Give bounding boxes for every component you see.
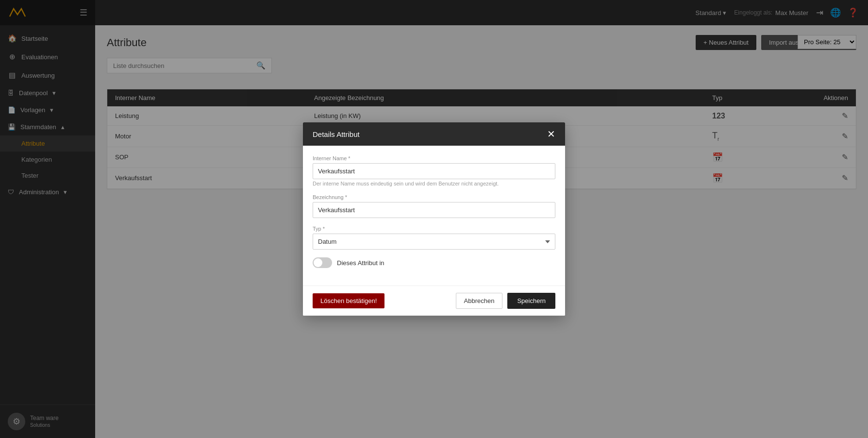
bezeichnung-label: Bezeichnung * <box>313 194 555 200</box>
modal-footer-right: Abbrechen Speichern <box>456 293 555 309</box>
form-hint: Der interne Name muss eindeutig sein und… <box>313 181 555 186</box>
internal-name-label: Interner Name * <box>313 155 555 161</box>
internal-name-input[interactable] <box>313 163 555 179</box>
form-group-internal-name: Interner Name * Der interne Name muss ei… <box>313 155 555 186</box>
modal-footer: Löschen bestätigen! Abbrechen Speichern <box>303 286 565 316</box>
modal-close-button[interactable]: ✕ <box>547 129 555 139</box>
details-modal: Details Attribut ✕ Interner Name * Der i… <box>303 122 565 316</box>
toggle-thumb <box>314 258 322 267</box>
bezeichnung-input[interactable] <box>313 202 555 218</box>
typ-select[interactable]: Datum Text Nummer Boolean <box>313 234 555 250</box>
modal-header: Details Attribut ✕ <box>303 122 565 146</box>
save-button[interactable]: Speichern <box>507 293 555 309</box>
form-group-bezeichnung: Bezeichnung * <box>313 194 555 218</box>
toggle-row: Dieses Attribut in <box>313 257 555 268</box>
form-group-toggle: Dieses Attribut in <box>313 257 555 268</box>
typ-label: Typ * <box>313 226 555 232</box>
delete-confirm-button[interactable]: Löschen bestätigen! <box>313 293 384 308</box>
modal-overlay[interactable]: Details Attribut ✕ Interner Name * Der i… <box>0 0 868 438</box>
cancel-button[interactable]: Abbrechen <box>456 293 503 309</box>
form-group-typ: Typ * Datum Text Nummer Boolean <box>313 226 555 250</box>
modal-body: Interner Name * Der interne Name muss ei… <box>303 146 565 286</box>
modal-title: Details Attribut <box>313 130 360 138</box>
toggle-label: Dieses Attribut in <box>337 259 384 267</box>
attribute-toggle[interactable] <box>313 257 332 268</box>
